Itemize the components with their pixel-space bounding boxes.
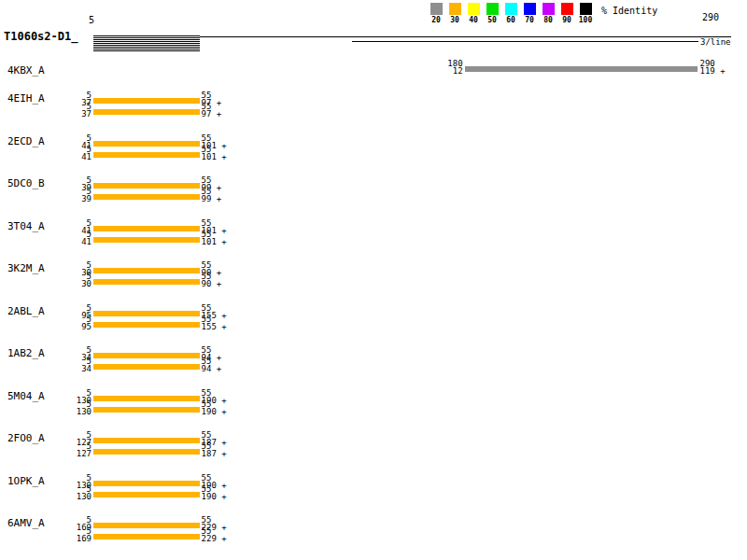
hit-end-strand-label: 90 + bbox=[202, 281, 243, 287]
legend-bucket: 20 bbox=[427, 3, 445, 24]
alignment-bar[interactable] bbox=[93, 98, 200, 104]
hit-pdb-label[interactable]: 5DC0_B bbox=[7, 177, 45, 189]
hit-pdb-label[interactable]: 5M04_A bbox=[7, 390, 45, 402]
alignment-overview: 2030405060708090100 % Identity 5 290 3/l… bbox=[0, 0, 747, 560]
hit-pdb-label[interactable]: 6AMV_A bbox=[7, 517, 45, 529]
legend-color-swatch bbox=[580, 3, 592, 15]
hit-start-label: 95 bbox=[60, 324, 92, 330]
hit-pdb-label[interactable]: 1AB2_A bbox=[7, 347, 45, 359]
legend-bucket: 100 bbox=[576, 3, 595, 24]
hit-end-strand-label: 229 + bbox=[202, 536, 243, 542]
legend-bucket: 30 bbox=[445, 3, 464, 24]
alignment-bar[interactable] bbox=[93, 396, 200, 401]
legend-color-swatch bbox=[524, 3, 536, 15]
hit-start-label: 130 bbox=[60, 494, 92, 500]
alignment-bar[interactable] bbox=[93, 183, 200, 189]
legend-bucket-value: 40 bbox=[469, 16, 478, 24]
legend-bucket-value: 30 bbox=[450, 16, 459, 24]
alignment-bar[interactable] bbox=[93, 353, 200, 358]
hit-pdb-label[interactable]: 3T04_A bbox=[7, 220, 45, 232]
alignment-bar[interactable] bbox=[93, 141, 200, 147]
hit-start-label: 127 bbox=[60, 451, 92, 457]
alignment-bar[interactable] bbox=[93, 237, 200, 243]
hit-pdb-label[interactable]: 4KBX_A bbox=[7, 64, 45, 77]
hit-start-label: 30 bbox=[60, 281, 92, 287]
hit-end-strand-label: 190 + bbox=[202, 494, 243, 500]
legend-bucket-value: 50 bbox=[487, 16, 497, 24]
query-name-label: T1060s2-D1_ bbox=[4, 30, 78, 43]
legend-bucket-value: 80 bbox=[543, 16, 553, 24]
legend-bucket: 90 bbox=[557, 3, 576, 24]
hit-pdb-label[interactable]: 2FO0_A bbox=[7, 432, 45, 444]
hit-end-strand-label: 187 + bbox=[202, 451, 243, 457]
hit-pdb-label[interactable]: 2ECD_A bbox=[7, 135, 45, 147]
hit-start-label: 39 bbox=[60, 196, 92, 203]
hit-end-strand-label: 94 + bbox=[202, 366, 243, 372]
legend-bucket: 50 bbox=[483, 3, 501, 24]
legend-color-swatch bbox=[486, 3, 499, 15]
alignment-bar[interactable] bbox=[93, 194, 200, 200]
hit-end-strand-label: 101 + bbox=[202, 239, 243, 245]
alignment-bar[interactable] bbox=[93, 449, 200, 455]
legend-bucket-value: 70 bbox=[525, 16, 534, 24]
legend-bucket-value: 100 bbox=[579, 16, 592, 24]
alignment-bar[interactable] bbox=[93, 523, 200, 528]
hit-pdb-label[interactable]: 3K2M_A bbox=[7, 262, 45, 274]
query-ruler-line-2 bbox=[352, 41, 698, 42]
hit-start-label: 12 bbox=[431, 68, 463, 75]
alignment-bar[interactable] bbox=[93, 364, 200, 370]
alignment-bar[interactable] bbox=[93, 407, 200, 413]
hit-end-strand-label: 155 + bbox=[202, 324, 243, 330]
hit-start-label: 130 bbox=[60, 409, 92, 415]
identity-legend: 2030405060708090100 bbox=[427, 3, 595, 24]
hit-start-label: 41 bbox=[60, 154, 92, 161]
hit-end-strand-label: 101 + bbox=[202, 154, 243, 161]
hit-start-label: 169 bbox=[60, 536, 92, 542]
scale-end-label: 290 bbox=[702, 12, 719, 22]
legend-color-swatch bbox=[505, 3, 517, 15]
alignment-bar[interactable] bbox=[93, 279, 200, 285]
legend-bucket-value: 20 bbox=[431, 16, 441, 24]
hit-end-strand-label: 119 + bbox=[700, 68, 741, 75]
hit-pdb-label[interactable]: 2ABL_A bbox=[7, 305, 45, 317]
legend-title: % Identity bbox=[601, 6, 657, 16]
hit-start-label: 34 bbox=[60, 366, 92, 372]
hit-pdb-label[interactable]: 1OPK_A bbox=[7, 475, 45, 487]
alignment-bar[interactable] bbox=[93, 152, 200, 158]
alignment-bar[interactable] bbox=[93, 492, 200, 497]
hit-end-strand-label: 99 + bbox=[202, 196, 243, 203]
legend-bucket: 70 bbox=[520, 3, 539, 24]
alignment-bar[interactable] bbox=[93, 481, 200, 486]
alignment-bar[interactable] bbox=[93, 438, 200, 443]
hit-start-label: 37 bbox=[60, 111, 92, 118]
legend-color-swatch bbox=[468, 3, 480, 15]
legend-bucket-value: 60 bbox=[506, 16, 515, 24]
alignment-bar[interactable] bbox=[465, 66, 698, 72]
alignment-bar[interactable] bbox=[93, 268, 200, 273]
legend-color-swatch bbox=[543, 3, 555, 15]
query-coverage-hatch-bar[interactable] bbox=[93, 35, 200, 51]
scale-start-label: 5 bbox=[89, 15, 94, 25]
hit-pdb-label[interactable]: 4EIH_A bbox=[7, 92, 45, 105]
legend-bucket: 40 bbox=[464, 3, 483, 24]
alignment-bar[interactable] bbox=[93, 109, 200, 115]
hit-start-label: 41 bbox=[60, 239, 92, 245]
lines-per-row-label: 3/line bbox=[700, 37, 731, 47]
legend-color-swatch bbox=[449, 3, 461, 15]
alignment-bar[interactable] bbox=[93, 322, 200, 328]
alignment-bar[interactable] bbox=[93, 226, 200, 231]
legend-color-swatch bbox=[430, 3, 443, 15]
alignment-bar[interactable] bbox=[93, 534, 200, 539]
alignment-bar[interactable] bbox=[93, 311, 200, 316]
legend-bucket: 80 bbox=[539, 3, 557, 24]
legend-bucket-value: 90 bbox=[562, 16, 571, 24]
query-ruler-line bbox=[200, 36, 731, 37]
legend-color-swatch bbox=[561, 3, 573, 15]
legend-bucket: 60 bbox=[501, 3, 520, 24]
hit-end-strand-label: 190 + bbox=[202, 409, 243, 415]
hit-end-strand-label: 97 + bbox=[202, 111, 243, 118]
